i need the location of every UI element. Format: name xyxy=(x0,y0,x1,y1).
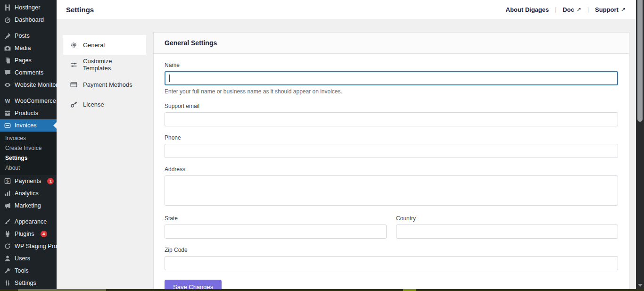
bar-chart-icon xyxy=(4,190,11,197)
hostinger-logo-icon xyxy=(4,4,11,11)
sidebar-item-label: Payments xyxy=(15,178,41,184)
panel-title: General Settings xyxy=(154,33,629,54)
scrollbar-down-arrow-icon[interactable] xyxy=(638,284,643,287)
payments-count-badge: 1 xyxy=(47,178,54,184)
brush-icon xyxy=(4,218,11,225)
submenu-item-about[interactable]: About xyxy=(0,163,57,173)
about-digages-link[interactable]: About Digages xyxy=(506,6,549,13)
sidebar-item-analytics[interactable]: Analytics xyxy=(0,187,57,200)
svg-text:$: $ xyxy=(6,179,9,183)
sidebar-item-label: Plugins xyxy=(15,231,34,237)
sliders-horizontal-icon xyxy=(70,61,78,69)
name-field-group: Name Enter your full name or business na… xyxy=(165,62,618,95)
sidebar-item-media[interactable]: Media xyxy=(0,42,57,54)
sidebar-item-label: Appearance xyxy=(15,218,47,225)
address-label: Address xyxy=(165,166,618,173)
tab-label: General xyxy=(83,42,105,49)
phone-field[interactable] xyxy=(165,144,618,158)
sidebar-item-label: Pages xyxy=(15,57,32,64)
sidebar-item-hostinger[interactable]: Hostinger xyxy=(0,1,57,14)
woocommerce-icon: W xyxy=(4,97,11,105)
name-help-text: Enter your full name or business name as… xyxy=(165,88,618,95)
header-links: About Digages | Doc↗ | Support↗ xyxy=(506,6,626,13)
sidebar-item-comments[interactable]: Comments xyxy=(0,67,57,79)
submenu-item-create-invoice[interactable]: Create Invoice xyxy=(0,143,57,153)
settings-tab-nav: General Customize Templates Payment Meth… xyxy=(63,35,146,289)
sidebar-item-users[interactable]: Users xyxy=(0,252,57,265)
scrollbar-thumb[interactable] xyxy=(637,0,643,122)
state-field[interactable] xyxy=(165,224,387,239)
svg-text:W: W xyxy=(5,98,10,104)
tab-customize-templates[interactable]: Customize Templates xyxy=(63,55,146,75)
submenu-item-invoices[interactable]: Invoices xyxy=(0,133,57,143)
link-separator: | xyxy=(555,6,556,13)
support-link[interactable]: Support↗ xyxy=(595,6,626,13)
sidebar-item-plugins[interactable]: Plugins 4 xyxy=(0,228,57,240)
sidebar-item-payments[interactable]: $ Payments 1 xyxy=(0,175,57,187)
tab-payment-methods[interactable]: Payment Methods xyxy=(63,75,146,94)
support-email-field-group: Support email xyxy=(165,103,618,126)
sidebar-item-label: Tools xyxy=(15,267,29,274)
zip-code-field[interactable] xyxy=(165,256,618,270)
dashboard-icon xyxy=(4,16,11,24)
general-settings-panel: General Settings Name Enter your full na… xyxy=(153,32,629,289)
sidebar-item-label: Users xyxy=(15,255,30,262)
active-menu-arrow xyxy=(53,122,57,129)
sidebar-item-label: Products xyxy=(15,110,38,116)
sidebar-item-posts[interactable]: Posts xyxy=(0,30,57,42)
sidebar-item-dashboard[interactable]: Dashboard xyxy=(0,14,57,26)
sidebar-item-tools[interactable]: Tools xyxy=(0,265,57,277)
sidebar-item-label: Media xyxy=(15,45,31,51)
sidebar-item-products[interactable]: Products xyxy=(0,107,57,119)
text-caret xyxy=(169,75,170,82)
plug-icon xyxy=(4,230,11,238)
panel-body: Name Enter your full name or business na… xyxy=(154,54,629,291)
link-separator: | xyxy=(587,6,589,13)
plugins-count-badge: 4 xyxy=(41,231,47,237)
sidebar-item-label: Website Monitor xyxy=(15,82,57,88)
name-label: Name xyxy=(165,62,618,68)
pushpin-icon xyxy=(4,32,11,40)
comment-icon xyxy=(4,69,11,76)
sidebar-item-label: Posts xyxy=(15,33,30,39)
doc-link[interactable]: Doc↗ xyxy=(562,6,581,13)
sidebar-item-label: Settings xyxy=(15,280,36,286)
sidebar-item-woocommerce[interactable]: W WooCommerce xyxy=(0,95,57,107)
sidebar-item-wp-staging-pro[interactable]: WP Staging Pro xyxy=(0,240,57,252)
invoice-icon xyxy=(4,122,11,129)
submenu-item-label: Invoices xyxy=(5,135,26,141)
plugin-header: Settings About Digages | Doc↗ | Support↗ xyxy=(57,0,636,19)
country-label: Country xyxy=(396,215,618,222)
taskbar-sliver xyxy=(0,289,644,291)
sidebar-item-invoices[interactable]: Invoices xyxy=(0,119,57,132)
wrench-icon xyxy=(4,267,11,274)
support-email-field[interactable] xyxy=(165,112,618,126)
box-icon xyxy=(4,109,11,117)
sidebar-item-website-monitor[interactable]: Website Monitor xyxy=(0,79,57,91)
sidebar-item-settings[interactable]: Settings xyxy=(0,277,57,289)
country-field-group: Country xyxy=(396,215,618,239)
sidebar-item-appearance[interactable]: Appearance xyxy=(0,216,57,228)
page-scrollbar[interactable] xyxy=(636,0,644,289)
tab-label: Customize Templates xyxy=(83,58,139,72)
sidebar-item-marketing[interactable]: Marketing xyxy=(0,200,57,212)
submenu-item-label: Create Invoice xyxy=(5,145,41,151)
submenu-item-settings[interactable]: Settings xyxy=(0,153,57,163)
megaphone-icon xyxy=(4,202,11,209)
address-field[interactable] xyxy=(165,175,618,206)
phone-field-group: Phone xyxy=(165,134,618,158)
page-title: Settings xyxy=(66,6,94,14)
sidebar-item-label: WooCommerce xyxy=(15,98,56,104)
dollar-card-icon: $ xyxy=(4,177,11,185)
tab-general[interactable]: General xyxy=(63,35,146,55)
credit-card-icon xyxy=(70,81,78,89)
support-link-label: Support xyxy=(595,6,619,13)
sidebar-item-label: Analytics xyxy=(15,190,39,197)
name-field[interactable] xyxy=(165,71,618,85)
sidebar-item-pages[interactable]: Pages xyxy=(0,54,57,67)
country-field[interactable] xyxy=(396,224,618,239)
main-area: Settings About Digages | Doc↗ | Support↗… xyxy=(57,0,636,289)
admin-sidebar: Hostinger Dashboard Posts Media Pages Co… xyxy=(0,0,57,289)
tab-license[interactable]: License xyxy=(63,94,146,114)
support-email-label: Support email xyxy=(165,103,618,109)
